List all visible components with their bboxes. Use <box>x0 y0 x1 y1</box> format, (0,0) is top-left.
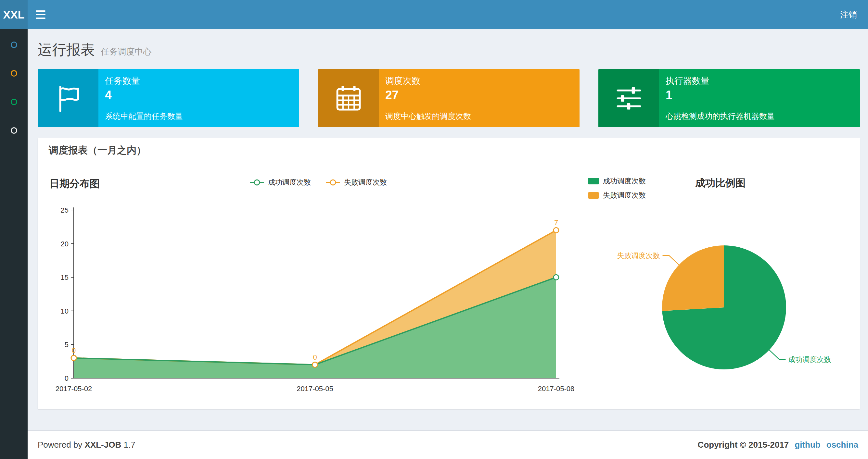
swatch-icon <box>588 178 599 185</box>
navbar-spacer <box>54 0 829 29</box>
legend-label: 失败调度次数 <box>344 177 387 187</box>
y-tick-label: 0 <box>65 374 68 383</box>
powered-by: Powered by XXL-JOB 1.7 <box>38 440 135 450</box>
legend-label: 失败调度次数 <box>603 191 646 200</box>
info-box-jobs: 任务数量 4 系统中配置的任务数量 <box>38 69 299 127</box>
info-box-triggers: 调度次数 27 调度中心触发的调度次数 <box>318 69 580 127</box>
footer-right: Copyright © 2015-2017 github oschina <box>698 440 858 450</box>
product-version: 1.7 <box>123 440 135 450</box>
page-header: 运行报表 任务调度中心 <box>38 29 860 69</box>
page-footer: Powered by XXL-JOB 1.7 Copyright © 2015-… <box>28 430 868 459</box>
x-tick-label: 2017-05-02 <box>56 385 92 393</box>
panel-body: 日期分布图 成功调度次数 失败调度次数 05101520252017-05-02… <box>38 163 860 409</box>
hamburger-icon <box>36 14 45 15</box>
sidebar-item-menu-help[interactable] <box>0 116 28 145</box>
pie-chart-legend: 成功调度次数 失败调度次数 <box>588 176 646 200</box>
sidebar-toggle-button[interactable] <box>28 0 54 29</box>
fail-point <box>554 228 559 233</box>
y-tick-label: 5 <box>65 340 68 349</box>
info-box-body: 执行器数量 1 心跳检测成功的执行器机器数量 <box>659 69 860 127</box>
pie-chart-title: 成功比例图 <box>695 176 746 190</box>
content-area: 运行报表 任务调度中心 任务数量 4 系统中配置的任务数量 <box>28 29 868 409</box>
github-link[interactable]: github <box>795 440 820 450</box>
sidebar-item-menu-jobinfo[interactable] <box>0 59 28 88</box>
legend-label: 成功调度次数 <box>268 177 311 187</box>
app-logo[interactable]: XXL <box>0 0 28 29</box>
info-box-executors: 执行器数量 1 心跳检测成功的执行器机器数量 <box>598 69 860 127</box>
pie-leader-line <box>769 350 785 359</box>
y-tick-label: 10 <box>61 307 68 315</box>
hamburger-icon <box>36 18 45 19</box>
report-panel: 调度报表（一月之内） 日期分布图 成功调度次数 失败调度次数 <box>38 138 860 409</box>
x-tick-label: 2017-05-05 <box>297 385 333 393</box>
sidebar-item-menu-dashboard[interactable] <box>0 31 28 59</box>
fail-point-label: 0 <box>313 353 317 361</box>
flag-icon <box>38 69 98 127</box>
circle-icon <box>11 41 17 48</box>
info-box-title: 任务数量 <box>105 75 291 87</box>
page-subtitle: 任务调度中心 <box>101 47 151 57</box>
circle-icon <box>11 70 17 76</box>
info-box-description: 调度中心触发的调度次数 <box>385 111 572 122</box>
info-box-value: 1 <box>665 88 852 102</box>
success-point <box>554 274 559 280</box>
info-box-title: 执行器数量 <box>665 75 852 87</box>
info-box-value: 4 <box>105 88 291 102</box>
line-chart-legend: 成功调度次数 失败调度次数 <box>49 177 588 187</box>
powered-prefix: Powered by <box>38 440 82 450</box>
x-tick-label: 2017-05-08 <box>538 385 575 393</box>
swatch-icon <box>588 192 599 199</box>
line-marker-icon <box>250 182 264 183</box>
copyright-text: Copyright © 2015-2017 <box>698 440 789 450</box>
line-area-chart: 05101520252017-05-022017-05-052017-05-08… <box>49 203 588 398</box>
collapsed-sidebar <box>0 29 28 459</box>
sidebar-item-menu-joblog[interactable] <box>0 88 28 116</box>
fail-point-label: 7 <box>554 219 558 227</box>
divider <box>665 107 852 107</box>
divider <box>105 107 291 107</box>
top-navbar: XXL 注销 <box>0 0 868 29</box>
main-wrapper: 运行报表 任务调度中心 任务数量 4 系统中配置的任务数量 <box>28 0 868 430</box>
info-box-title: 调度次数 <box>385 75 572 87</box>
info-box-value: 27 <box>385 88 572 102</box>
calendar-icon <box>318 69 379 127</box>
pie-chart: 成功调度次数失败调度次数 <box>588 174 849 395</box>
hamburger-icon <box>36 10 45 12</box>
legend-item-success[interactable]: 成功调度次数 <box>250 177 311 187</box>
legend-item-fail[interactable]: 失败调度次数 <box>326 177 387 187</box>
pie-slice <box>662 245 724 311</box>
info-box-description: 系统中配置的任务数量 <box>105 111 291 122</box>
info-box-description: 心跳检测成功的执行器机器数量 <box>665 111 852 122</box>
panel-title: 调度报表（一月之内） <box>38 138 860 163</box>
y-tick-label: 25 <box>61 206 68 214</box>
legend-item-fail[interactable]: 失败调度次数 <box>588 191 646 200</box>
pie-slice-label: 失败调度次数 <box>617 252 660 260</box>
divider <box>385 107 572 107</box>
info-box-body: 任务数量 4 系统中配置的任务数量 <box>98 69 299 127</box>
info-box-body: 调度次数 27 调度中心触发的调度次数 <box>379 69 580 127</box>
pie-slice-label: 成功调度次数 <box>788 356 831 364</box>
y-tick-label: 20 <box>61 240 68 248</box>
fail-point <box>71 356 76 361</box>
circle-icon <box>11 127 17 134</box>
sliders-icon <box>598 69 659 127</box>
product-name: XXL-JOB <box>85 440 122 450</box>
legend-item-success[interactable]: 成功调度次数 <box>588 176 646 186</box>
line-marker-icon <box>326 182 340 183</box>
logout-button[interactable]: 注销 <box>829 0 868 29</box>
pie-leader-line <box>663 256 680 265</box>
success-ratio-chart: 成功调度次数 失败调度次数 成功比例图 成功调度次数失败调度次数 <box>588 174 849 398</box>
oschina-link[interactable]: oschina <box>827 440 858 450</box>
date-distribution-chart: 日期分布图 成功调度次数 失败调度次数 05101520252017-05-02… <box>49 174 588 398</box>
y-tick-label: 15 <box>61 273 68 282</box>
circle-icon <box>11 99 17 105</box>
fail-point <box>312 362 318 367</box>
info-box-row: 任务数量 4 系统中配置的任务数量 <box>38 69 860 127</box>
page-title: 运行报表 <box>38 41 95 58</box>
fail-point-label: 0 <box>72 347 76 355</box>
legend-label: 成功调度次数 <box>603 176 646 186</box>
